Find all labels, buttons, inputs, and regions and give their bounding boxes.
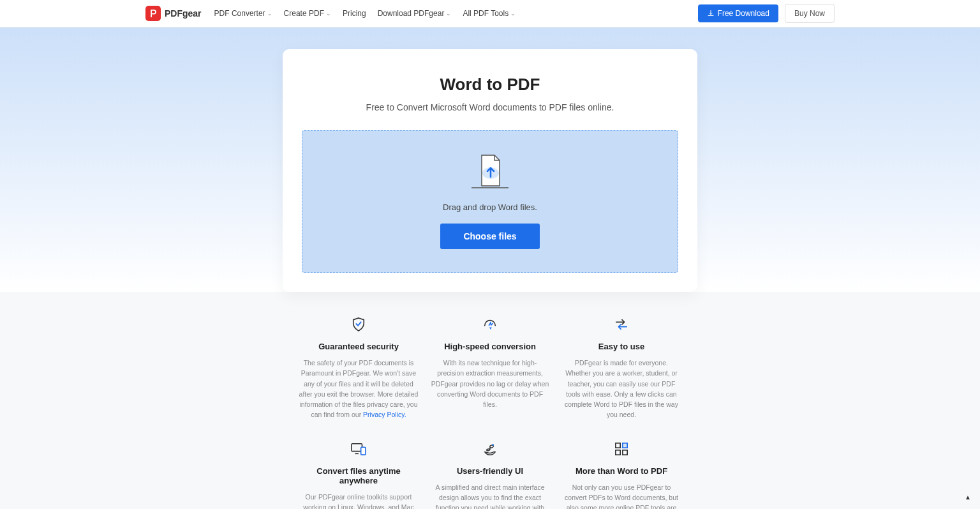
feature-more: More than Word to PDF Not only can you u… <box>561 439 681 509</box>
dropzone[interactable]: Drag and drop Word files. Choose files <box>302 130 678 273</box>
feature-title: More than Word to PDF <box>561 466 681 476</box>
grid-icon <box>561 439 681 459</box>
feature-anywhere: Convert files anytime anywhere Our PDFge… <box>299 439 419 509</box>
nav-download[interactable]: Download PDFgear⌄ <box>378 9 452 18</box>
chevron-down-icon: ⌄ <box>510 10 516 17</box>
buy-now-button[interactable]: Buy Now <box>785 4 835 23</box>
speed-icon <box>430 315 550 334</box>
feature-desc: A simplified and direct main interface d… <box>430 482 550 509</box>
feature-title: Users-friendly UI <box>430 466 550 476</box>
feature-title: Easy to use <box>561 342 681 351</box>
nav-all-tools[interactable]: All PDF Tools⌄ <box>463 9 516 18</box>
nav-pdf-converter[interactable]: PDF Converter⌄ <box>214 9 272 18</box>
scroll-top-icon[interactable]: ▲ <box>965 494 971 500</box>
svg-point-5 <box>492 444 494 446</box>
feature-desc: Not only can you use PDFgear to convert … <box>561 482 681 509</box>
choose-files-button[interactable]: Choose files <box>440 224 539 249</box>
nav-create-pdf[interactable]: Create PDF⌄ <box>284 9 331 18</box>
brand-name: PDFgear <box>165 8 202 19</box>
feature-desc: With its new technique for high-precisio… <box>430 358 550 409</box>
page-subtitle: Free to Convert Microsoft Word documents… <box>302 102 678 112</box>
feature-easy: Easy to use PDFgear is made for everyone… <box>561 315 681 420</box>
feature-desc: The safety of your PDF documents is Para… <box>299 358 419 420</box>
svg-rect-4 <box>361 447 366 455</box>
privacy-policy-link[interactable]: Privacy Policy. <box>363 411 406 418</box>
feature-desc: PDFgear is made for everyone. Whether yo… <box>561 358 681 420</box>
converter-card: Word to PDF Free to Convert Microsoft Wo… <box>283 49 697 292</box>
feature-ui: Users-friendly UI A simplified and direc… <box>430 439 550 509</box>
feature-title: High-speed conversion <box>430 342 550 351</box>
free-download-button[interactable]: Free Download <box>698 4 778 22</box>
nav-pricing[interactable]: Pricing <box>343 9 366 18</box>
feature-security: Guaranteed security The safety of your P… <box>299 315 419 420</box>
feature-title: Convert files anytime anywhere <box>299 466 419 485</box>
feature-speed: High-speed conversion With its new techn… <box>430 315 550 420</box>
svg-rect-6 <box>616 443 620 447</box>
download-icon <box>707 10 715 17</box>
feature-desc: Our PDFgear online toolkits support work… <box>299 492 419 509</box>
devices-icon <box>299 439 419 459</box>
features-grid: Guaranteed security The safety of your P… <box>292 315 688 509</box>
header: PDFgear PDF Converter⌄ Create PDF⌄ Prici… <box>0 0 980 27</box>
swap-arrows-icon <box>561 315 681 334</box>
chevron-down-icon: ⌄ <box>267 10 272 17</box>
drop-text: Drag and drop Word files. <box>320 202 660 212</box>
svg-rect-9 <box>623 450 627 454</box>
logo-icon <box>145 6 161 21</box>
feature-title: Guaranteed security <box>299 342 419 351</box>
chevron-down-icon: ⌄ <box>326 10 331 17</box>
page-title: Word to PDF <box>302 75 678 95</box>
upload-file-icon <box>464 153 516 191</box>
shield-check-icon <box>299 315 419 334</box>
svg-rect-8 <box>616 450 620 454</box>
hero-section: Word to PDF Free to Convert Microsoft Wo… <box>0 27 980 292</box>
main-nav: PDF Converter⌄ Create PDF⌄ Pricing Downl… <box>214 9 698 18</box>
chevron-down-icon: ⌄ <box>446 10 451 17</box>
plant-hand-icon <box>430 439 550 459</box>
brand-logo[interactable]: PDFgear <box>145 6 202 21</box>
svg-rect-7 <box>623 443 627 447</box>
